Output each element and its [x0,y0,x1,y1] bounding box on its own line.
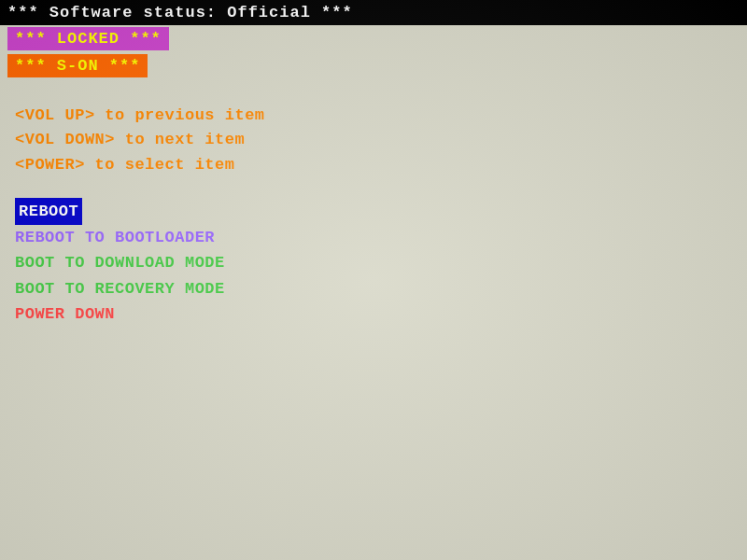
screen: *** Software status: Official *** *** LO… [0,0,747,560]
vol-up-instruction: <VOL UP> to previous item [15,104,747,128]
menu-item-boot-download[interactable]: BOOT TO DOWNLOAD MODE [15,250,747,275]
menu-item-reboot-bootloader[interactable]: REBOOT TO BOOTLOADER [15,225,747,250]
son-badge: *** S-ON *** [7,54,148,77]
menu-item-power-down[interactable]: POWER DOWN [15,301,747,327]
status-text: *** Software status: Official *** [7,4,353,21]
menu-item-reboot[interactable]: REBOOT [15,198,747,225]
reboot-label[interactable]: REBOOT [15,198,82,225]
locked-badge: *** LOCKED *** [7,27,169,50]
menu-item-boot-recovery[interactable]: BOOT TO RECOVERY MODE [15,276,747,301]
power-instruction: <POWER> to select item [15,153,747,177]
instructions-section: <VOL UP> to previous item <VOL DOWN> to … [0,104,747,177]
menu-section: REBOOT REBOOT TO BOOTLOADER BOOT TO DOWN… [0,198,747,327]
vol-down-instruction: <VOL DOWN> to next item [15,128,747,152]
status-bar: *** Software status: Official *** [0,0,747,25]
